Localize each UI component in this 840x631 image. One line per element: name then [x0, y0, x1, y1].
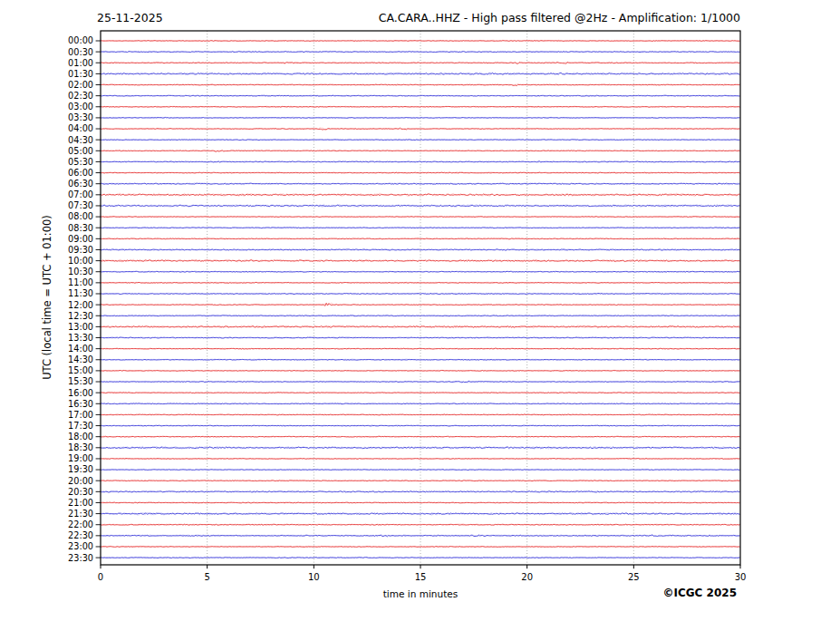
x-tick-label: 15: [415, 572, 427, 582]
row-time-label: 09:00: [68, 234, 93, 244]
row-time-label: 12:00: [68, 300, 93, 310]
row-time-label: 07:00: [68, 189, 93, 199]
row-time-label: 19:00: [68, 453, 93, 463]
row-time-label: 01:00: [68, 58, 93, 68]
row-time-label: 15:00: [68, 365, 93, 375]
x-tick-label: 25: [628, 572, 640, 582]
trace-16:00: [101, 393, 740, 393]
row-time-label: 04:00: [68, 123, 93, 133]
row-time-label: 17:30: [68, 421, 93, 431]
row-time-label: 16:30: [68, 399, 93, 409]
row-time-label: 09:30: [68, 245, 93, 255]
row-time-label: 18:00: [68, 432, 93, 442]
row-time-label: 00:30: [68, 47, 93, 57]
row-time-label: 16:00: [68, 388, 93, 398]
row-time-label: 17:00: [68, 410, 93, 420]
trace-13:30: [101, 337, 740, 338]
row-time-label: 07:30: [68, 200, 93, 210]
row-time-label: 01:30: [68, 69, 93, 79]
row-time-label: 22:00: [68, 519, 93, 529]
row-time-label: 06:00: [68, 168, 93, 178]
row-time-label: 19:30: [68, 464, 93, 474]
row-time-label: 13:00: [68, 322, 93, 332]
row-time-label: 21:30: [68, 509, 93, 519]
helicorder-plot: 00:0000:3001:0001:3002:0002:3003:0003:30…: [0, 0, 840, 631]
row-time-label: 20:30: [68, 487, 93, 497]
x-tick-label: 0: [98, 572, 103, 582]
row-time-label: 04:30: [68, 135, 93, 145]
row-time-label: 23:00: [68, 541, 93, 551]
row-time-label: 12:30: [68, 311, 93, 321]
row-time-label: 14:30: [68, 354, 93, 364]
row-time-label: 02:30: [68, 91, 93, 101]
row-time-label: 20:00: [68, 476, 93, 486]
trace-02:30: [101, 95, 740, 96]
x-tick-label: 10: [308, 572, 320, 582]
row-time-label: 11:00: [68, 277, 93, 287]
trace-19:00: [101, 459, 740, 460]
trace-21:00: [101, 502, 740, 503]
helicorder-page: 25-11-2025 CA.CARA..HHZ - High pass filt…: [0, 0, 840, 631]
row-time-label: 08:00: [68, 211, 93, 221]
row-time-label: 00:00: [68, 35, 93, 45]
row-time-label: 23:30: [68, 553, 93, 563]
row-time-label: 13:30: [68, 333, 93, 343]
row-time-label: 21:00: [68, 498, 93, 508]
x-axis-label: time in minutes: [383, 588, 458, 599]
row-time-label: 10:00: [68, 256, 93, 266]
row-time-label: 05:30: [68, 157, 93, 167]
row-time-label: 18:30: [68, 442, 93, 452]
row-time-label: 15:30: [68, 376, 93, 386]
x-tick-label: 30: [735, 572, 747, 582]
row-time-label: 05:00: [68, 146, 93, 156]
copyright-credit: ©ICGC 2025: [662, 587, 737, 599]
row-time-label: 22:30: [68, 530, 93, 540]
row-time-label: 14:00: [68, 344, 93, 354]
row-time-label: 02:00: [68, 80, 93, 90]
row-time-label: 03:30: [68, 112, 93, 122]
row-time-label: 11:30: [68, 288, 93, 298]
row-time-label: 06:30: [68, 179, 93, 189]
row-time-label: 10:30: [68, 267, 93, 277]
trace-14:00: [101, 348, 740, 349]
x-tick-label: 20: [521, 572, 533, 582]
x-tick-label: 5: [204, 572, 209, 582]
trace-03:30: [101, 118, 740, 119]
row-time-label: 03:00: [68, 102, 93, 112]
row-time-label: 08:30: [68, 223, 93, 233]
